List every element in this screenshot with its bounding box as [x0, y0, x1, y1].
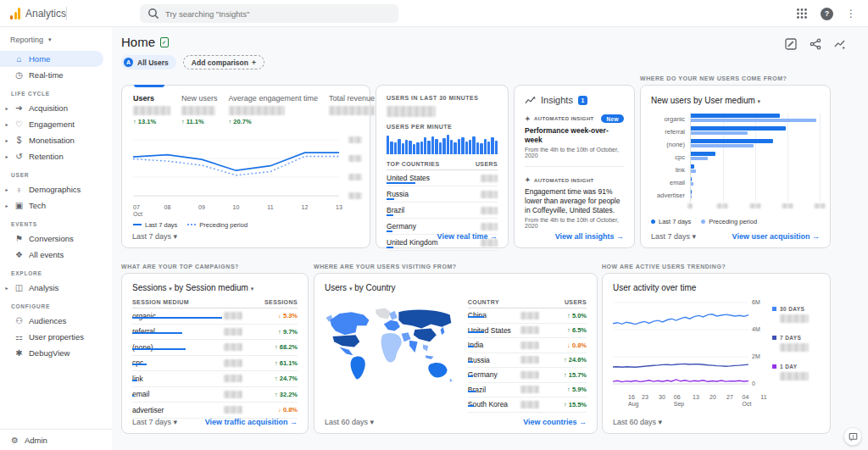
- sidebar-item-tech[interactable]: ▸▣Tech: [0, 197, 112, 214]
- analytics-logo[interactable]: Analytics: [10, 0, 66, 27]
- overview-x-axis: 07Oct080910111213: [133, 204, 339, 218]
- insight-headline[interactable]: Engagement time was 91% lower than avera…: [525, 187, 624, 215]
- overview-metrics: Users↑ 13.1%New users↑ 11.1%Average enga…: [133, 94, 361, 125]
- gear-icon: ⚙: [11, 436, 19, 445]
- session-bar: [132, 395, 134, 397]
- sidebar-item-real-time[interactable]: ◷Real-time: [0, 67, 112, 83]
- sidebar-item-home[interactable]: ⌂Home: [0, 51, 103, 67]
- category-label: referral: [665, 128, 685, 136]
- change-percent: ↑ 61.1%: [267, 359, 298, 367]
- sidebar-item-user-properties[interactable]: ⚏User properties: [0, 329, 112, 345]
- minute-bar: [476, 142, 479, 154]
- view-traffic-acquisition-link[interactable]: View traffic acquisition →: [205, 418, 298, 426]
- apps-grid-icon[interactable]: [796, 8, 808, 19]
- sidebar-item-demographics[interactable]: ▸♁Demographics: [0, 181, 112, 197]
- insight-date: From the 4th to the 10th of October, 202…: [525, 147, 624, 158]
- users-value-redacted: [520, 326, 539, 334]
- country-users-redacted: [481, 223, 498, 231]
- sidebar-item-audiences[interactable]: ⚇Audiences: [0, 313, 112, 329]
- collection-label: Reporting: [10, 36, 43, 44]
- view-user-acquisition-link[interactable]: View user acquisition →: [732, 232, 820, 241]
- sidebar-item-engagement[interactable]: ▸♡Engagement: [0, 116, 112, 132]
- view-countries-link[interactable]: View countries →: [523, 418, 587, 426]
- overview-metric-2[interactable]: Average engagement time↑ 20.7%: [229, 94, 318, 125]
- sidebar-item-label: DebugView: [29, 348, 70, 358]
- share-icon[interactable]: [810, 38, 821, 50]
- metric-selector[interactable]: Users ▾: [325, 283, 352, 292]
- date-range-selector[interactable]: Last 7 days ▾: [651, 232, 696, 241]
- trending-card: User activity over time 6M4M2M0 30 DAYS7…: [602, 273, 831, 434]
- geo-country-row: Brazil↑ 5.9%: [468, 383, 587, 398]
- y-tick-label: 4M: [752, 326, 760, 332]
- insights-count-badge: 1: [578, 96, 587, 105]
- geo-country-row: South Korea↑ 15.5%: [468, 397, 587, 413]
- search-input[interactable]: [165, 9, 391, 19]
- more-menu-icon[interactable]: ⋮: [846, 8, 856, 19]
- all-users-chip-label: All Users: [137, 58, 169, 67]
- insight-headline[interactable]: Performance week-over-week: [525, 126, 624, 145]
- y-tick-redacted: [348, 155, 362, 162]
- dimension-selector[interactable]: by Session medium ▾: [175, 283, 254, 292]
- sidebar-item-label: Conversions: [29, 234, 74, 243]
- session-medium-name: (none): [132, 343, 224, 352]
- customize-report-icon[interactable]: [785, 38, 797, 50]
- country-bar: [468, 331, 485, 333]
- view-real-time-link[interactable]: View real time →: [437, 232, 498, 241]
- country-name: Brazil: [387, 206, 404, 214]
- dimension-selector[interactable]: by Country: [354, 283, 395, 292]
- view-all-insights-link[interactable]: View all insights →: [555, 232, 624, 241]
- search-bar[interactable]: [140, 4, 398, 23]
- date-range-selector[interactable]: Last 60 days ▾: [613, 418, 662, 426]
- sidebar-item-label: All events: [29, 250, 64, 259]
- minute-bar: [450, 140, 453, 154]
- date-range-selector[interactable]: Last 60 days ▾: [325, 418, 374, 426]
- x-tick-label: 12: [302, 204, 309, 211]
- sessions-value-redacted: [224, 343, 242, 351]
- add-comparison-chip[interactable]: Add comparison +: [183, 55, 264, 69]
- expand-caret-icon: ▸: [4, 137, 9, 143]
- minute-bar: [405, 140, 408, 154]
- main-content: Home A All Users Add comparison + Users↑…: [112, 27, 868, 450]
- medium-chart-title[interactable]: New users by User medium ▾: [651, 96, 821, 105]
- all-users-chip[interactable]: A All Users: [121, 55, 176, 69]
- sidebar-item-admin[interactable]: ⚙ Admin: [0, 429, 112, 450]
- home-icon: ⌂: [14, 54, 25, 64]
- sidebar-item-retention[interactable]: ▸↺Retention: [0, 148, 112, 164]
- insights-spark-icon[interactable]: [834, 38, 846, 50]
- session-bar: [132, 364, 147, 365]
- expand-caret-icon: ▸: [4, 105, 9, 111]
- minute-bar: [461, 137, 464, 154]
- geo-country-row: United States↑ 6.5%: [468, 324, 587, 339]
- y-tick-redacted: [348, 174, 362, 181]
- country-bar: [387, 198, 394, 200]
- sidebar-item-acquisition[interactable]: ▸➔Acquisition: [0, 100, 112, 116]
- country-name: Russia: [468, 356, 520, 364]
- nav-section-title: LIFE CYCLE: [11, 91, 112, 97]
- overview-metric-0[interactable]: Users↑ 13.1%: [133, 94, 170, 125]
- sidebar-item-analysis[interactable]: ▸◫Analysis: [0, 280, 112, 296]
- realtime-country-row: Brazil: [387, 203, 498, 219]
- sessions-value-redacted: [224, 312, 242, 319]
- world-map: [325, 299, 459, 399]
- x-tick-label: 20: [709, 394, 716, 401]
- feedback-button[interactable]: [843, 427, 862, 446]
- date-range-selector[interactable]: Last 7 days ▾: [132, 232, 177, 241]
- collection-switcher[interactable]: Reporting ▾: [0, 27, 112, 51]
- trending-title: User activity over time: [613, 283, 820, 292]
- sidebar-item-debugview[interactable]: ✱DebugView: [0, 345, 112, 361]
- country-name: South Korea: [468, 400, 520, 408]
- analysis-icon: ◫: [14, 283, 25, 292]
- help-icon[interactable]: ?: [821, 8, 833, 20]
- metric-selector[interactable]: Sessions ▾: [132, 283, 172, 292]
- chevron-down-icon: ▾: [174, 232, 178, 241]
- sidebar-item-monetisation[interactable]: ▸$Monetisation: [0, 132, 112, 148]
- country-bar: [468, 391, 476, 392]
- country-name: Brazil: [468, 386, 520, 394]
- metric-tab-label: Average engagement time: [229, 94, 318, 103]
- sidebar-nav: ⌂Home◷Real-timeLIFE CYCLE▸➔Acquisition▸♡…: [0, 51, 112, 361]
- sidebar-item-conversions[interactable]: ⚑Conversions: [0, 231, 112, 247]
- sidebar-item-all-events[interactable]: ❖All events: [0, 247, 112, 263]
- bar-preceding-period: [691, 119, 816, 123]
- overview-metric-1[interactable]: New users↑ 11.1%: [181, 94, 218, 125]
- date-range-selector[interactable]: Last 7 days ▾: [132, 418, 177, 426]
